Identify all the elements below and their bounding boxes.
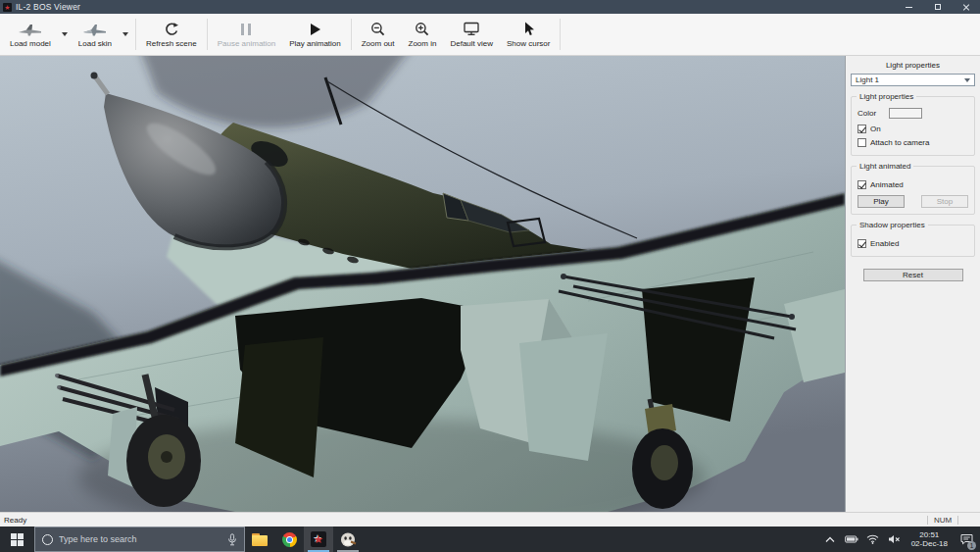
light-selector[interactable]: Light 1 — [851, 74, 975, 86]
window-title: IL-2 BOS Viewer — [16, 2, 895, 12]
enabled-label: Enabled — [870, 239, 899, 248]
taskbar-app-il2-viewer[interactable]: ★ — [304, 527, 333, 552]
light-color-swatch[interactable] — [889, 108, 922, 119]
load-model-dropdown[interactable] — [58, 14, 72, 55]
load-skin-dropdown[interactable] — [119, 14, 132, 55]
taskbar-clock[interactable]: 20:51 02-Dec-18 — [907, 530, 952, 548]
action-center-button[interactable]: 1 — [956, 527, 977, 552]
taskbar-app-gimp[interactable] — [333, 527, 363, 552]
pause-animation-label: Pause animation — [218, 39, 276, 48]
taskbar: Type here to search ★ — [0, 527, 980, 552]
statusbar: Ready NUM — [0, 512, 980, 527]
volume-muted-icon[interactable] — [886, 527, 904, 552]
cortana-icon — [42, 534, 53, 545]
reset-button[interactable]: Reset — [863, 269, 963, 281]
light-selector-value: Light 1 — [856, 75, 879, 84]
on-label: On — [870, 125, 881, 133]
default-view-button[interactable]: Default view — [443, 14, 500, 55]
play-button[interactable]: Play — [858, 195, 905, 208]
chevron-down-icon — [964, 78, 970, 82]
refresh-scene-label: Refresh scene — [146, 39, 197, 48]
pause-animation-button[interactable]: Pause animation — [211, 14, 283, 55]
zoom-in-icon — [415, 21, 429, 37]
battery-icon[interactable] — [843, 527, 860, 552]
search-placeholder: Type here to search — [59, 534, 221, 544]
light-properties-panel: Light properties Light 1 Light propertie… — [845, 56, 980, 512]
tray-chevron-up-icon[interactable] — [821, 527, 839, 552]
windows-logo-icon — [11, 533, 24, 546]
toolbar-separator — [207, 19, 208, 50]
attach-to-camera-label: Attach to camera — [870, 138, 929, 147]
play-animation-label: Play animation — [289, 39, 340, 48]
show-cursor-label: Show cursor — [507, 39, 550, 48]
taskbar-app-chrome[interactable] — [274, 527, 304, 552]
panel-title: Light properties — [846, 59, 980, 74]
pause-icon — [240, 21, 252, 37]
airplane-icon — [18, 21, 43, 37]
zoom-out-icon — [370, 21, 385, 37]
il2-viewer-icon: ★ — [311, 531, 326, 547]
close-button[interactable] — [952, 0, 980, 14]
taskbar-search[interactable]: Type here to search — [34, 527, 245, 552]
clock-time: 20:51 — [919, 530, 939, 539]
load-skin-button[interactable]: Load skin — [72, 14, 119, 55]
start-button[interactable] — [0, 527, 34, 552]
gimp-icon — [340, 531, 357, 548]
group-light-properties: Light properties Color On Attach to came… — [851, 96, 975, 156]
on-checkbox-row[interactable]: On — [858, 125, 968, 133]
app-window: ★ IL-2 BOS Viewer Load model Load skin — [0, 0, 980, 552]
default-view-label: Default view — [450, 39, 493, 48]
monitor-icon — [464, 21, 479, 37]
status-text: Ready — [0, 516, 927, 525]
attach-to-camera-checkbox[interactable] — [858, 138, 866, 147]
clock-date: 02-Dec-18 — [911, 539, 948, 548]
model-viewport[interactable] — [0, 56, 845, 512]
play-animation-button[interactable]: Play animation — [282, 14, 347, 55]
titlebar: ★ IL-2 BOS Viewer — [0, 0, 980, 14]
num-lock-indicator: NUM — [927, 516, 958, 525]
on-checkbox[interactable] — [858, 125, 866, 133]
color-label: Color — [858, 109, 889, 118]
toolbar-separator — [351, 19, 352, 50]
system-tray: 20:51 02-Dec-18 1 — [821, 527, 980, 552]
refresh-scene-button[interactable]: Refresh scene — [139, 14, 204, 55]
close-icon — [962, 3, 970, 11]
toolbar-separator — [135, 19, 136, 50]
minimize-button[interactable] — [895, 0, 923, 14]
minimize-icon — [906, 7, 912, 8]
aircraft-render — [0, 56, 845, 512]
animated-checkbox[interactable] — [858, 180, 866, 189]
animated-checkbox-row[interactable]: Animated — [858, 180, 968, 189]
load-model-button[interactable]: Load model — [3, 14, 58, 55]
play-icon — [309, 21, 321, 37]
wifi-icon[interactable] — [864, 527, 882, 552]
zoom-in-label: Zoom in — [409, 39, 437, 48]
chevron-down-icon — [122, 32, 128, 36]
group-title: Light animated — [857, 162, 913, 171]
group-title: Light properties — [857, 92, 916, 101]
chrome-icon — [282, 532, 297, 547]
zoom-out-label: Zoom out — [362, 39, 395, 48]
show-cursor-button[interactable]: Show cursor — [500, 14, 557, 55]
enabled-checkbox[interactable] — [858, 239, 866, 248]
maximize-icon — [935, 4, 941, 10]
chevron-down-icon — [62, 32, 68, 36]
notification-badge: 1 — [967, 541, 976, 550]
animated-label: Animated — [870, 180, 904, 189]
taskbar-app-file-explorer[interactable] — [245, 527, 274, 552]
microphone-icon[interactable] — [227, 533, 237, 546]
toolbar: Load model Load skin Refresh scene Pause… — [0, 14, 980, 56]
zoom-out-button[interactable]: Zoom out — [355, 14, 402, 55]
load-skin-label: Load skin — [78, 39, 112, 48]
group-light-animated: Light animated Animated Play Stop — [851, 166, 975, 215]
group-title: Shadow properties — [857, 221, 928, 229]
zoom-in-button[interactable]: Zoom in — [402, 14, 444, 55]
toolbar-separator — [560, 19, 561, 50]
maximize-button[interactable] — [923, 0, 952, 14]
animation-buttons: Play Stop — [858, 195, 968, 208]
cursor-icon — [521, 21, 535, 37]
enabled-checkbox-row[interactable]: Enabled — [858, 239, 968, 248]
group-shadow-properties: Shadow properties Enabled — [851, 225, 975, 257]
attach-to-camera-checkbox-row[interactable]: Attach to camera — [858, 138, 968, 147]
stop-button[interactable]: Stop — [921, 195, 968, 208]
